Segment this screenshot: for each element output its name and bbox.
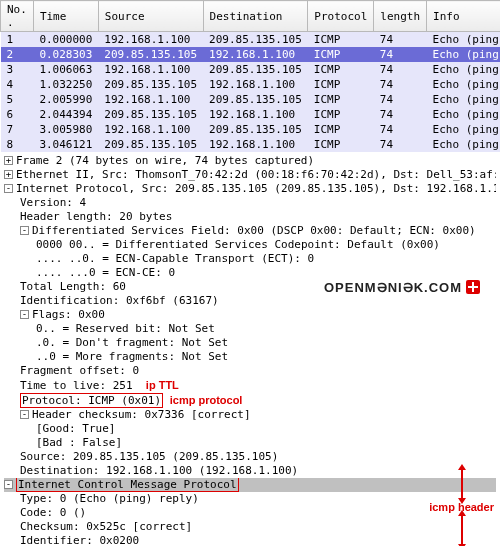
col-proto[interactable]: Protocol	[308, 1, 374, 32]
swiss-flag-icon	[466, 280, 480, 294]
col-source[interactable]: Source	[98, 1, 203, 32]
packet-row[interactable]: 20.028303209.85.135.105192.168.1.100ICMP…	[1, 47, 501, 62]
icmp-checksum: Checksum: 0x525c [correct]	[4, 520, 496, 534]
packet-row[interactable]: 62.044394209.85.135.105192.168.1.100ICMP…	[1, 107, 501, 122]
packet-row[interactable]: 31.006063192.168.1.100209.85.135.105ICMP…	[1, 62, 501, 77]
flag-dont-fragment: .0. = Don't fragment: Not Set	[4, 336, 496, 350]
ip-checksum[interactable]: -Header checksum: 0x7336 [correct]	[4, 408, 496, 422]
icmp-summary[interactable]: -Internet Control Message Protocol	[4, 478, 496, 492]
col-dest[interactable]: Destination	[203, 1, 308, 32]
ip-header-length: Header length: 20 bytes	[4, 210, 496, 224]
col-info[interactable]: Info	[427, 1, 500, 32]
ip-identification: Identification: 0xf6bf (63167)	[4, 294, 496, 308]
checksum-good: [Good: True]	[4, 422, 496, 436]
packet-details[interactable]: +Frame 2 (74 bytes on wire, 74 bytes cap…	[0, 152, 500, 546]
collapse-icon[interactable]: -	[4, 184, 13, 193]
watermark: OPENMƏNIƏK.COM	[324, 280, 480, 295]
packet-row[interactable]: 52.005990192.168.1.100209.85.135.105ICMP…	[1, 92, 501, 107]
packet-row[interactable]: 41.032250209.85.135.105192.168.1.100ICMP…	[1, 77, 501, 92]
frame-summary[interactable]: +Frame 2 (74 bytes on wire, 74 bytes cap…	[4, 154, 496, 168]
collapse-icon[interactable]: -	[20, 226, 29, 235]
annotation-ttl: ip TTL	[146, 379, 179, 391]
flag-reserved: 0.. = Reserved bit: Not Set	[4, 322, 496, 336]
icmp-code: Code: 0 ()	[4, 506, 496, 520]
flag-more-fragments: ..0 = More fragments: Not Set	[4, 350, 496, 364]
collapse-icon[interactable]: -	[20, 410, 29, 419]
expand-icon[interactable]: +	[4, 156, 13, 165]
col-no[interactable]: No. .	[1, 1, 34, 32]
dsf-ecn-ce: .... ...0 = ECN-CE: 0	[4, 266, 496, 280]
collapse-icon[interactable]: -	[4, 480, 13, 489]
ethernet-summary[interactable]: +Ethernet II, Src: ThomsonT_70:42:2d (00…	[4, 168, 496, 182]
ip-ttl: Time to live: 251 ip TTL	[4, 378, 496, 393]
ip-destination: Destination: 192.168.1.100 (192.168.1.10…	[4, 464, 496, 478]
ip-protocol: Protocol: ICMP (0x01) icmp protocol	[4, 393, 496, 408]
icmp-identifier: Identifier: 0x0200	[4, 534, 496, 546]
annotation-icmp-header: icmp header	[429, 468, 494, 546]
icmp-type: Type: 0 (Echo (ping) reply)	[4, 492, 496, 506]
packet-row[interactable]: 83.046121209.85.135.105192.168.1.100ICMP…	[1, 137, 501, 152]
packet-row[interactable]: 73.005980192.168.1.100209.85.135.105ICMP…	[1, 122, 501, 137]
ip-version: Version: 4	[4, 196, 496, 210]
ip-fragment-offset: Fragment offset: 0	[4, 364, 496, 378]
annotation-protocol: icmp protocol	[170, 394, 243, 406]
expand-icon[interactable]: +	[4, 170, 13, 179]
checksum-bad: [Bad : False]	[4, 436, 496, 450]
ip-summary[interactable]: -Internet Protocol, Src: 209.85.135.105 …	[4, 182, 496, 196]
dsf-ect: .... ..0. = ECN-Capable Transport (ECT):…	[4, 252, 496, 266]
ip-source: Source: 209.85.135.105 (209.85.135.105)	[4, 450, 496, 464]
col-time[interactable]: Time	[33, 1, 98, 32]
column-headers[interactable]: No. . Time Source Destination Protocol l…	[1, 1, 501, 32]
collapse-icon[interactable]: -	[20, 310, 29, 319]
packet-list[interactable]: No. . Time Source Destination Protocol l…	[0, 0, 500, 152]
col-length[interactable]: length	[374, 1, 427, 32]
ip-flags[interactable]: -Flags: 0x00	[4, 308, 496, 322]
packet-row[interactable]: 10.000000192.168.1.100209.85.135.105ICMP…	[1, 32, 501, 48]
dsf-codepoint: 0000 00.. = Differentiated Services Code…	[4, 238, 496, 252]
ip-dsf[interactable]: -Differentiated Services Field: 0x00 (DS…	[4, 224, 496, 238]
